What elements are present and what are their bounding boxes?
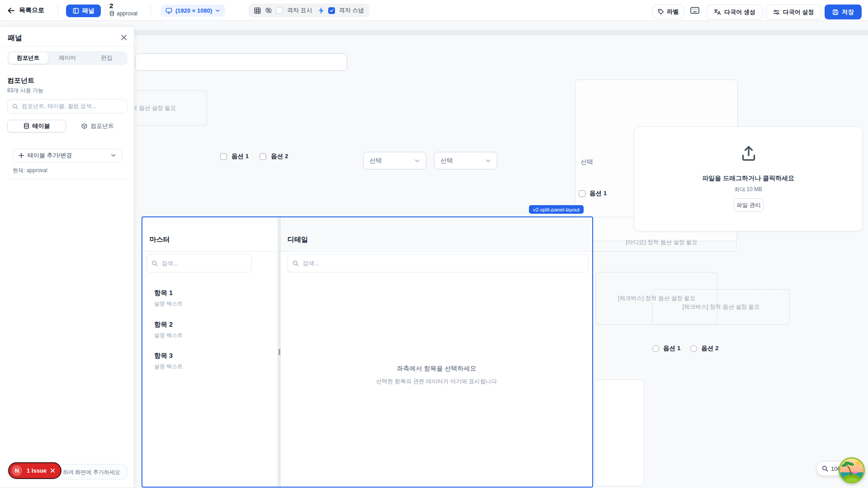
issue-badge-label: 1 Issue [27,467,47,474]
detail-search[interactable] [288,254,589,272]
save-button[interactable]: 저장 [825,5,862,19]
search-icon [292,260,299,267]
close-icon[interactable] [121,34,127,41]
canvas-radio-group: 옵션 1 옵션 2 [652,344,719,352]
split-divider-handle[interactable] [278,349,280,355]
viewport-size-dropdown[interactable]: (868 × 488) [160,5,225,17]
panel-toggle-button[interactable]: 패널 [66,5,101,17]
tab-layers[interactable]: 레이어 [48,52,87,64]
issue-badge[interactable]: N 1 Issue [8,462,61,479]
panel-title: 패널 [8,33,22,43]
container-checkbox[interactable] [579,190,585,197]
chevron-down-icon [215,8,220,13]
checkbox-option-2[interactable] [259,153,266,160]
monitor-icon [165,8,172,14]
plus-icon [19,153,24,158]
canvas-text-input[interactable] [135,53,347,71]
split-master-column: 마스터 항목 1 설명 텍스트 항목 2 설명 텍스트 항목 3 설명 텍스트 [142,217,278,487]
add-table-label: 테이블 추가/변경 [28,151,107,160]
island-illustration [840,459,863,482]
grid-show-label: 격자 표시 [287,6,312,14]
tables-filter-button[interactable]: 테이블 [7,120,66,132]
panel-toggle-label: 패널 [82,7,94,15]
empty-desc: 선택한 항목의 관련 데이터가 여기에 표시됩니다 [281,378,592,385]
canvas-select-1[interactable]: 선택 [363,152,426,169]
eye-off-icon [265,7,272,14]
checkbox-option-1[interactable] [220,153,227,160]
top-toolbar: 목록으로 패널 2 approval (868 × 488) 격자 표시 [0,0,868,21]
lightning-icon [318,7,324,14]
save-button-label: 저장 [842,8,854,16]
canvas-empty-box[interactable] [594,380,644,486]
grid-snap-checkbox[interactable] [328,7,335,14]
upload-icon [740,144,758,162]
screen-table: approval [109,10,137,17]
canvas-select-2[interactable]: 선택 [434,152,497,169]
back-button[interactable]: 목록으로 [7,0,44,21]
components-filter-label: 컴포넌트 [90,122,114,130]
i18n-settings-button[interactable]: 다국어 설정 [766,5,821,19]
i18n-settings-label: 다국어 설정 [783,8,814,16]
cube-icon [81,123,87,129]
section-subtitle: 83개 사용 가능 [7,87,43,94]
panel-tabs: 컴포넌트 레이어 편집 [7,51,127,65]
search-icon [151,260,158,267]
checkbox-static-text-2: [체크박스] 정적 옵션 설정 필요 [683,303,760,311]
add-table-dropdown[interactable]: 테이블 추가/변경 [13,149,122,162]
database-icon [109,11,114,16]
master-list-item[interactable]: 항목 3 설명 텍스트 [154,352,183,371]
sliders-icon [773,9,780,15]
manage-files-button[interactable]: 파일 관리 [734,198,764,212]
drag-hint-text: 하여 화면에 추가하세요 [63,469,120,476]
i18n-generate-button[interactable]: 다국어 생성 [707,5,763,19]
detail-empty-state: 좌측에서 항목을 선택하세요 선택한 항목의 관련 데이터가 여기에 표시됩니다 [281,365,592,385]
master-search[interactable] [146,254,252,272]
radio-option-2[interactable] [690,345,697,352]
master-list-item[interactable]: 항목 1 설명 텍스트 [154,289,183,308]
grid-snap-label: 격자 스냅 [339,6,364,14]
canvas-checkbox-group: 옵션 1 옵션 2 [220,152,288,160]
current-table-label: 현재: approval [13,167,47,174]
select-2-value: 선택 [440,157,453,165]
master-search-input[interactable] [161,260,247,267]
save-icon [832,9,839,15]
keyboard-icon[interactable] [690,7,699,14]
split-divider[interactable] [278,217,281,487]
chevron-down-icon [486,158,491,164]
screen-info: 2 approval [109,2,137,17]
container-checkbox-label: 옵션 1 [590,189,607,197]
file-upload-card[interactable]: 파일을 드래그하거나 클릭하세요 최대 10 MB 파일 관리 [634,127,863,231]
chevron-down-icon [415,158,420,164]
checkbox-static-placeholder-2[interactable]: [체크박스] 정적 옵션 설정 필요 [652,289,790,325]
left-panel: 패널 컴포넌트 레이어 편집 컴포넌트 83개 사용 가능 테이블 컴포넌트 테… [0,26,134,488]
tables-filter-label: 테이블 [33,122,50,130]
component-search[interactable] [7,99,127,113]
app-root: 정적 옵션 설정 필요 옵션 1 옵션 2 선택 선택 선택 옵션 1 [라디오… [0,0,868,488]
components-filter-button[interactable]: 컴포넌트 [68,120,127,132]
viewport-size-label: (868 × 488) [175,7,212,14]
grid-options-group: 격자 표시 격자 스냅 [249,4,369,17]
tab-edit[interactable]: 편집 [87,52,126,64]
master-title: 마스터 [150,235,170,244]
container-checkbox-row: 옵션 1 [579,189,607,197]
magnifier-icon [822,465,828,472]
empty-title: 좌측에서 항목을 선택하세요 [281,365,592,373]
grid-icon [254,7,261,14]
container-select-label: 선택 [580,158,593,166]
label-button[interactable]: 라벨 [652,5,684,19]
panel-divider [7,179,127,179]
item-desc: 설명 텍스트 [154,332,183,339]
island-avatar[interactable] [839,457,865,483]
grid-show-checkbox[interactable] [276,7,283,14]
tab-components[interactable]: 컴포넌트 [9,52,48,64]
master-list-item[interactable]: 항목 2 설명 텍스트 [154,320,183,339]
issue-badge-logo: N [11,465,23,477]
split-panel-component[interactable]: 마스터 항목 1 설명 텍스트 항목 2 설명 텍스트 항목 3 설명 텍스트 [142,216,593,488]
detail-search-input[interactable] [302,260,584,267]
panel-left-icon [73,8,79,14]
item-title: 항목 2 [154,320,183,329]
component-search-input[interactable] [22,103,123,109]
close-icon[interactable] [50,468,55,473]
search-icon [12,103,18,109]
radio-option-1[interactable] [652,345,659,352]
